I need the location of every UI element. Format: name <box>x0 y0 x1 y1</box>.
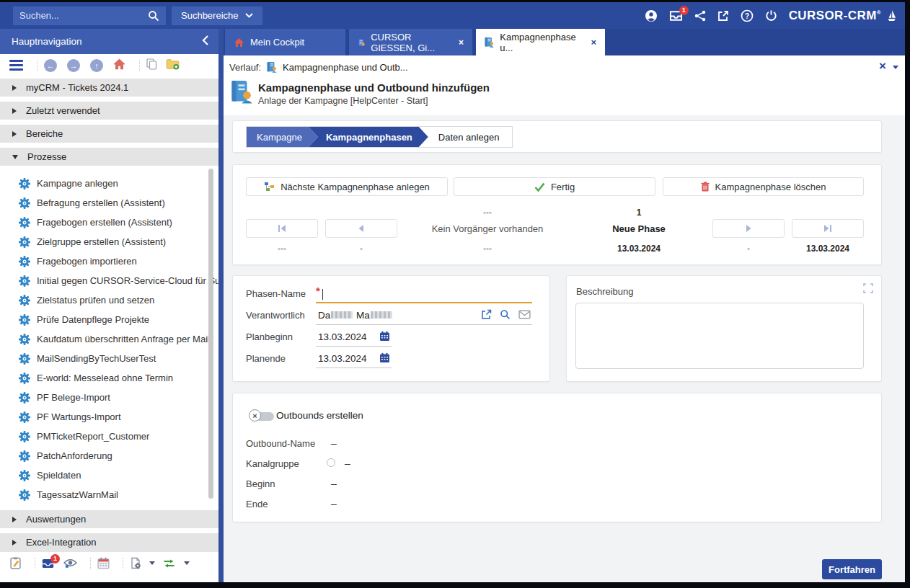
close-tab-icon[interactable]: × <box>591 37 596 48</box>
ende-value: – <box>331 498 337 509</box>
sidebar-item[interactable]: Kampagne anlegen <box>0 174 218 193</box>
wizard-step-daten-anlegen[interactable]: Daten anlegen <box>428 127 513 147</box>
sidebar-item-label: MailSendingByTechUserTest <box>37 353 156 364</box>
planbeginn-value: 13.03.2024 <box>318 331 367 342</box>
previous-icon <box>357 224 366 233</box>
next-icon <box>744 224 753 233</box>
sidebar-section-bereiche[interactable]: Bereiche <box>0 125 218 143</box>
document-settings-icon[interactable] <box>130 557 141 569</box>
sync-icon[interactable] <box>162 558 176 569</box>
fullscreen-icon[interactable] <box>863 283 873 295</box>
tab-mein-cockpit[interactable]: Mein Cockpit <box>225 29 345 55</box>
beginn-value: – <box>331 478 337 489</box>
back-icon[interactable]: ← <box>44 59 57 72</box>
sidebar-item[interactable]: E-world: Messelead ohne Termin <box>0 368 218 388</box>
watch-eye-icon[interactable] <box>63 558 77 569</box>
first-phase-button[interactable] <box>246 219 318 238</box>
datepicker-icon[interactable] <box>379 352 390 365</box>
sidebar-section-prozesse[interactable]: Prozesse <box>0 148 218 166</box>
sidebar-section-mycrm[interactable]: myCRM - Tickets 2024.1 <box>0 79 218 97</box>
help-icon[interactable]: ? <box>741 9 754 22</box>
logout-power-icon[interactable] <box>765 9 777 22</box>
sidebar-item[interactable]: Prüfe Datenpflege Projekte <box>0 310 218 329</box>
sidebar-item[interactable]: Kaufdatum überschritten Anfrage per Mail <box>0 329 218 349</box>
sidebar-section-auswertungen[interactable]: Auswertungen <box>0 510 218 528</box>
previous-phase-button[interactable] <box>325 219 397 238</box>
next-phase-nav-button[interactable] <box>712 219 785 238</box>
first-phase-value: --- <box>278 239 286 254</box>
search-icon[interactable] <box>148 10 159 22</box>
search-scope-button[interactable]: Suchbereiche <box>172 6 262 25</box>
chevron-down-icon[interactable] <box>184 561 190 565</box>
close-view-icon[interactable]: × <box>879 59 886 74</box>
outbounds-toggle[interactable]: × <box>249 409 279 423</box>
notes-clipboard-icon[interactable] <box>9 557 22 569</box>
planbeginn-field[interactable]: 13.03.2024 <box>316 328 392 347</box>
home-icon[interactable] <box>113 58 125 72</box>
sidebar-item[interactable]: TagessatzWarnMail <box>0 485 218 504</box>
sidebar-item[interactable]: MailSendingByTechUserTest <box>0 349 218 368</box>
finish-button[interactable]: Fertig <box>454 177 655 196</box>
up-icon[interactable]: ↑ <box>90 59 103 72</box>
page-icon <box>231 79 252 107</box>
sidebar-item[interactable]: Zielstatus prüfen und setzen <box>0 290 218 310</box>
next-phase-value: - <box>747 239 750 254</box>
sidebar-item[interactable]: Fragebogen importieren <box>0 251 218 271</box>
sidebar-item-label: PF Belege-Import <box>37 392 110 403</box>
global-search[interactable] <box>13 6 166 25</box>
delete-phase-button[interactable]: Kampagnenphase löschen <box>663 177 864 196</box>
planende-field[interactable]: 13.03.2024 <box>316 349 392 368</box>
sidebar-section-excel[interactable]: Excel-Integration <box>0 533 218 551</box>
sidebar-item-label: Fragebogen importieren <box>37 256 137 267</box>
wizard-panel: Kampagne Kampagnenphasen Daten anlegen <box>232 120 882 153</box>
last-phase-button[interactable] <box>792 219 864 238</box>
copy-icon[interactable] <box>146 58 157 72</box>
sidebar-item[interactable]: PF Wartungs-Import <box>0 407 218 427</box>
chevron-down-icon[interactable] <box>149 561 155 565</box>
sidebar-item[interactable]: PMTicketReport_Customer <box>0 427 218 446</box>
redacted-text <box>331 311 353 318</box>
chevron-down-icon[interactable] <box>893 66 898 69</box>
sidebar-item[interactable]: Befragung erstellen (Assistent) <box>0 193 218 213</box>
sidebar-item[interactable]: Fragebogen erstellen (Assistent) <box>0 213 218 232</box>
responsible-field[interactable]: Da Ma <box>316 306 532 325</box>
share-icon[interactable] <box>694 10 706 22</box>
sidebar-header: Hauptnavigation <box>0 29 218 54</box>
sidebar-item[interactable]: Initial gegen CURSOR-Service-Cloud für S… <box>0 271 218 290</box>
description-textarea[interactable] <box>575 303 864 369</box>
user-account-icon[interactable] <box>645 9 658 22</box>
sidebar-item-label: PF Wartungs-Import <box>37 411 121 422</box>
lookup-search-icon[interactable] <box>500 309 511 320</box>
sidebar-scrollbar[interactable] <box>208 169 213 499</box>
wizard-step-kampagne[interactable]: Kampagne <box>247 127 318 147</box>
search-input[interactable] <box>19 10 148 21</box>
datepicker-icon[interactable] <box>379 331 390 344</box>
outbounds-toggle-label: Outbounds erstellen <box>276 410 363 421</box>
next-phase-button[interactable]: Nächste Kampagnenphase anlegen <box>246 177 448 196</box>
sidebar-item[interactable]: Zielgruppe erstellen (Assistent) <box>0 232 218 251</box>
continue-button[interactable]: Fortfahren <box>822 559 882 579</box>
history-entry[interactable]: Kampagnenphase und Outb... <box>283 62 407 73</box>
open-new-window-icon[interactable] <box>717 10 729 22</box>
open-record-icon[interactable] <box>481 309 492 320</box>
sidebar-section-zuletzt[interactable]: Zuletzt verwendet <box>0 102 218 120</box>
wizard-step-kampagnenphasen[interactable]: Kampagnenphasen <box>309 127 428 147</box>
forward-icon[interactable]: → <box>67 59 80 72</box>
sidebar-item[interactable]: PF Belege-Import <box>0 388 218 407</box>
kanalgruppe-radio[interactable] <box>327 458 335 467</box>
process-gear-icon <box>19 392 30 404</box>
collapse-sidebar-icon[interactable] <box>202 35 208 48</box>
main-area: Mein Cockpit CURSOR GIESSEN, Gi... × Kam… <box>224 29 905 582</box>
menu-icon[interactable] <box>9 60 23 71</box>
inbox-icon[interactable]: 1 <box>42 558 54 569</box>
notifications-icon[interactable]: 1 <box>669 10 683 22</box>
add-folder-icon[interactable] <box>166 58 180 72</box>
sidebar-item[interactable]: Spieldaten <box>0 466 218 485</box>
tab-kampagnenphase[interactable]: Kampagnenphase u... × <box>476 29 605 55</box>
sidebar-item[interactable]: PatchAnforderung <box>0 446 218 466</box>
phase-name-field[interactable]: * <box>316 285 532 303</box>
close-tab-icon[interactable]: × <box>459 37 464 48</box>
email-icon[interactable] <box>518 310 531 319</box>
tab-cursor-giessen[interactable]: CURSOR GIESSEN, Gi... × <box>349 29 472 55</box>
calendar-icon[interactable] <box>97 557 110 569</box>
